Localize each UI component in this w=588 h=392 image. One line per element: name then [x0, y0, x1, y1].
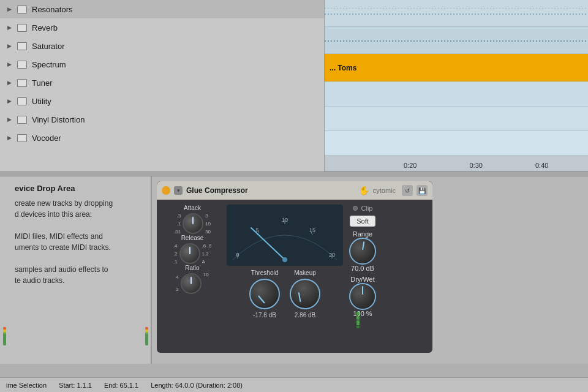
end-info: End: 65.1.1	[104, 382, 138, 389]
ratio-label: Ratio	[185, 265, 199, 271]
vu-meter-left	[3, 327, 6, 345]
attack-scale-left: .3 .1 .01	[174, 213, 181, 235]
range-section: Range 70.0 dB	[349, 230, 376, 272]
clip-label: Clip	[361, 205, 373, 212]
length-info: Length: 64.0.0 (Duration: 2:08)	[151, 382, 243, 389]
browser-item-utility[interactable]: ▶ Utility	[0, 92, 324, 110]
device-drop-description: create new tracks by dropping d devices …	[15, 198, 145, 286]
range-knob[interactable]	[349, 238, 376, 265]
vu-side-left-3	[356, 320, 360, 325]
plugin-brand-label: cytomic	[373, 187, 396, 194]
browser-item-label: Vinyl Distortion	[32, 115, 85, 124]
ratio-knob-group: 4 2 10	[176, 273, 208, 295]
makeup-knob[interactable]	[284, 273, 326, 315]
plugin-folder-icon	[17, 116, 27, 124]
track-row-2[interactable]	[325, 27, 588, 54]
expand-arrow-icon: ▶	[7, 61, 13, 67]
track-row-5[interactable]	[325, 107, 588, 131]
browser-item-label: Reverb	[32, 23, 58, 32]
expand-arrow-icon: ▶	[7, 135, 13, 141]
browser-item-tuner[interactable]: ▶ Tuner	[0, 74, 324, 92]
makeup-value: 2.86 dB	[295, 312, 315, 318]
release-knob[interactable]	[179, 243, 200, 264]
arrangement-panel: ... Toms 0:20 0:30 0:40	[325, 0, 588, 172]
vu-side-left	[356, 312, 360, 315]
panel-separator	[0, 172, 588, 176]
threshold-label: Threshold	[251, 270, 278, 276]
ratio-scale-left: 4 2	[176, 273, 178, 295]
device-drop-area[interactable]: evice Drop Area create new tracks by dro…	[0, 176, 152, 364]
center-display: 0 5 10 15 20	[227, 205, 343, 318]
attack-knob[interactable]	[183, 213, 203, 234]
drywet-section: Dry/Wet 100 %	[349, 276, 376, 317]
threshold-makeup-group: Threshold -17.8 dB Makeup 2.86 dB	[249, 270, 320, 318]
plugin-folder-icon	[17, 134, 27, 142]
threshold-knob[interactable]	[249, 279, 280, 309]
plugin-folder-icon	[17, 6, 27, 13]
plugin-folder-icon	[17, 97, 27, 105]
time-mark-040: 0:40	[535, 162, 548, 169]
expand-arrow-icon: ▶	[7, 80, 13, 86]
plugin-folder-icon	[17, 79, 27, 87]
browser-item-label: Tuner	[32, 78, 52, 88]
ratio-scale-right: 10	[203, 273, 209, 295]
vu-side-left-2	[356, 316, 360, 320]
waveform-display	[325, 13, 588, 15]
left-controls: Attack .3 .1 .01 3 10 30	[162, 205, 223, 318]
device-drop-title: evice Drop Area	[15, 184, 145, 193]
release-control: Release .4 .2 .1 .6 .8 1.2 A	[162, 235, 223, 265]
timeline-ruler[interactable]: 0:20 0:30 0:40	[325, 156, 588, 172]
toms-track-row[interactable]: ... Toms	[325, 54, 588, 82]
release-scale-left: .4 .2 .1	[173, 243, 178, 265]
ratio-knob[interactable]	[181, 273, 202, 294]
time-mark-030: 0:30	[470, 162, 483, 169]
attack-label: Attack	[184, 205, 201, 211]
start-info: Start: 1.1.1	[59, 382, 92, 389]
time-selection-label: ime Selection	[6, 382, 47, 389]
plugin-title: Glue Compressor	[186, 186, 355, 195]
time-mark-020: 0:20	[404, 162, 417, 169]
threshold-section: Threshold -17.8 dB	[249, 270, 280, 318]
track-row-4[interactable]	[325, 82, 588, 107]
browser-item-saturator[interactable]: ▶ Saturator	[0, 37, 324, 55]
attack-scale-right: 3 10 30	[205, 213, 211, 235]
browser-item-label: Saturator	[32, 42, 64, 51]
browser-item-reverb[interactable]: ▶ Reverb	[0, 18, 324, 37]
drywet-label: Dry/Wet	[350, 276, 375, 283]
browser-item-vocoder[interactable]: ▶ Vocoder	[0, 129, 324, 147]
toms-track-label: ... Toms	[330, 64, 356, 72]
browser-item-spectrum[interactable]: ▶ Spectrum	[0, 55, 324, 74]
ratio-control: Ratio 4 2 10	[162, 265, 223, 295]
vu-meter-display: 0 5 10 15 20	[227, 205, 343, 266]
browser-item-vinyl-distortion[interactable]: ▶ Vinyl Distortion	[0, 110, 324, 129]
release-knob-group: .4 .2 .1 .6 .8 1.2 A	[173, 243, 211, 265]
threshold-value: -17.8 dB	[253, 312, 276, 318]
plugin-power-button[interactable]	[162, 186, 170, 195]
right-controls: Clip Soft Range 70.0 dB Dry/Wet 100 %	[347, 205, 376, 318]
status-bar: ime Selection Start: 1.1.1 End: 65.1.1 L…	[0, 377, 588, 392]
svg-text:15: 15	[309, 227, 315, 233]
plugin-refresh-button[interactable]: ↺	[402, 185, 413, 196]
hand-icon[interactable]: ✋	[359, 186, 369, 195]
browser-panel: ▶ Resonators ▶ Reverb ▶ Saturator ▶ Spec…	[0, 0, 325, 172]
expand-arrow-icon: ▶	[7, 43, 13, 49]
drywet-knob[interactable]	[349, 283, 376, 310]
expand-arrow-icon: ▶	[7, 6, 13, 12]
vu-meter-right	[145, 327, 148, 345]
expand-arrow-icon: ▶	[7, 98, 13, 104]
attack-control: Attack .3 .1 .01 3 10 30	[162, 205, 223, 235]
soft-button[interactable]: Soft	[350, 216, 375, 227]
plugin-area: ▾ Glue Compressor ✋ cytomic ↺ 💾 Attack .…	[152, 176, 588, 364]
browser-item-resonators[interactable]: ▶ Resonators	[0, 0, 324, 18]
track-row-1[interactable]	[325, 0, 588, 27]
track-row-6[interactable]	[325, 131, 588, 156]
plugin-expand-button[interactable]: ▾	[174, 186, 183, 195]
plugin-header: ▾ Glue Compressor ✋ cytomic ↺ 💾	[157, 181, 432, 200]
waveform-display	[325, 40, 588, 42]
waveform-display-2	[325, 8, 588, 9]
plugin-save-button[interactable]: 💾	[417, 185, 428, 196]
plugin-folder-icon	[17, 24, 27, 32]
expand-arrow-icon: ▶	[7, 116, 13, 123]
browser-item-label: Vocoder	[32, 134, 61, 143]
plugin-body: Attack .3 .1 .01 3 10 30	[157, 200, 432, 323]
